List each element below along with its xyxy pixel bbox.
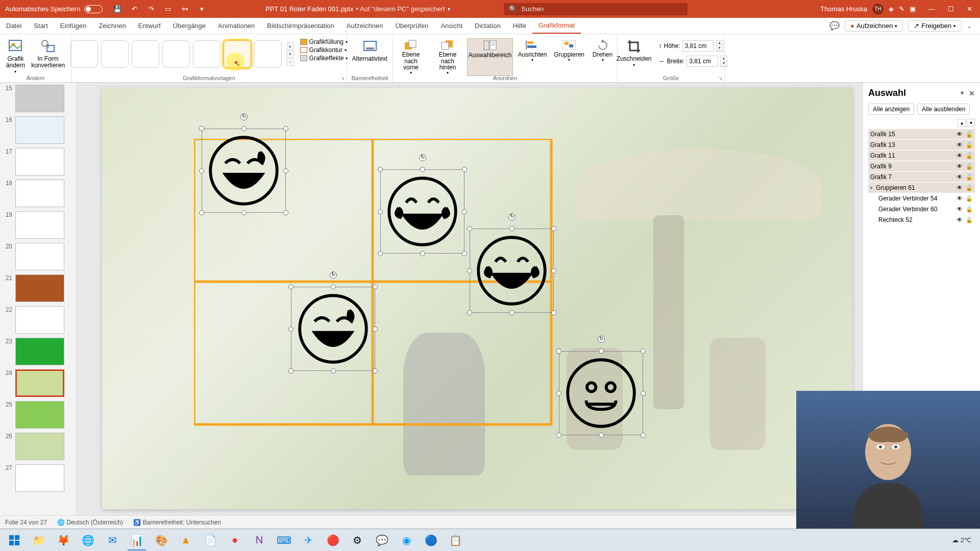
- tab-ansicht[interactable]: Ansicht: [434, 18, 469, 34]
- app-icon-2[interactable]: 📄: [199, 530, 222, 550]
- qat-more-icon[interactable]: ▾: [197, 5, 206, 14]
- lock-icon[interactable]: 🔓: [966, 195, 973, 202]
- powerpoint-icon[interactable]: 📊: [126, 530, 148, 550]
- comments-icon[interactable]: 💬: [829, 21, 840, 31]
- gallery-down-icon[interactable]: ▾: [287, 51, 294, 58]
- user-avatar[interactable]: TH: [872, 4, 884, 15]
- thumbnail-24[interactable]: 24: [0, 367, 76, 399]
- slide-canvas[interactable]: [102, 88, 852, 509]
- onenote-icon[interactable]: N: [248, 530, 271, 550]
- thumbnail-15[interactable]: 15: [0, 83, 76, 114]
- visibility-icon[interactable]: 👁: [957, 141, 963, 148]
- visibility-icon[interactable]: 👁: [957, 131, 963, 138]
- share-button[interactable]: ↗Freigeben▾: [908, 20, 962, 32]
- crop-button[interactable]: Zuschneiden▾: [615, 36, 654, 70]
- close-pane-icon[interactable]: ✕: [969, 89, 975, 97]
- shape-smiley-1[interactable]: [380, 169, 464, 254]
- width-spinner[interactable]: ▴▾: [720, 56, 727, 67]
- selection-item[interactable]: Gerader Verbinder 60👁🔓: [868, 204, 975, 214]
- align-button[interactable]: Ausrichten▾: [515, 38, 550, 76]
- pen-icon[interactable]: ✎: [899, 5, 904, 13]
- thumbnail-19[interactable]: 19: [0, 209, 76, 241]
- accessibility-check[interactable]: ♿ Barrierefreiheit: Untersuchen: [133, 519, 221, 526]
- styles-dialog-launcher-icon[interactable]: ↘: [340, 75, 345, 81]
- save-icon[interactable]: 💾: [113, 5, 122, 14]
- vscode-icon[interactable]: ⌨: [273, 530, 295, 550]
- size-dialog-launcher-icon[interactable]: ↘: [718, 75, 722, 81]
- visibility-icon[interactable]: 👁: [957, 173, 963, 181]
- style-7[interactable]: [254, 40, 282, 68]
- gallery-up-icon[interactable]: ▴: [287, 42, 294, 49]
- thumbnail-22[interactable]: 22: [0, 304, 76, 336]
- style-1[interactable]: [70, 40, 98, 68]
- record-button[interactable]: ●Aufzeichnen▾: [845, 20, 903, 32]
- chevron-down-icon[interactable]: ▾: [961, 89, 964, 97]
- slide-counter[interactable]: Folie 24 von 27: [5, 519, 47, 526]
- visibility-icon[interactable]: 👁: [957, 195, 963, 202]
- thumbnail-16[interactable]: 16: [0, 114, 76, 146]
- graphic-effects-button[interactable]: Grafikeffekte▾: [300, 55, 348, 62]
- height-input[interactable]: [682, 40, 714, 52]
- selection-item[interactable]: Grafik 9👁🔓: [868, 161, 975, 171]
- undo-icon[interactable]: ↶: [130, 5, 139, 14]
- thumbnail-26[interactable]: 26: [0, 431, 76, 462]
- maximize-icon[interactable]: ☐: [948, 5, 954, 13]
- style-3[interactable]: [132, 40, 159, 68]
- ttab-grafikformat[interactable]: Grafikformat: [532, 18, 581, 34]
- window-icon[interactable]: ▣: [910, 5, 916, 13]
- change-graphic-button[interactable]: Grafik ändern ▾: [4, 36, 27, 77]
- height-spinner[interactable]: ▴▾: [716, 40, 723, 52]
- lock-icon[interactable]: 🔓: [966, 174, 973, 181]
- weather-widget[interactable]: ☁ 2℃: [952, 536, 972, 544]
- tab-dictation[interactable]: Dictation: [469, 18, 507, 34]
- thumbnail-21[interactable]: 21: [0, 272, 76, 304]
- search-box[interactable]: 🔍 Suchen: [504, 3, 688, 15]
- collapse-ribbon-icon[interactable]: ⌄: [967, 22, 972, 30]
- graphic-fill-button[interactable]: Grafikfüllung▾: [300, 38, 348, 45]
- move-down-icon[interactable]: ▾: [967, 119, 975, 127]
- lock-icon[interactable]: 🔓: [966, 163, 973, 170]
- thumbnail-18[interactable]: 18: [0, 178, 76, 209]
- selection-item[interactable]: Grafik 13👁🔓: [868, 140, 975, 150]
- thumbnail-17[interactable]: 17: [0, 146, 76, 178]
- tab-entwurf[interactable]: Entwurf: [132, 18, 167, 34]
- convert-to-shape-button[interactable]: In Form konvertieren: [29, 36, 67, 77]
- app-icon-3[interactable]: ●: [224, 530, 246, 550]
- thumbnail-27[interactable]: 27: [0, 462, 76, 494]
- width-input[interactable]: [687, 56, 718, 67]
- tab-uebergaenge[interactable]: Übergänge: [167, 18, 212, 34]
- selection-item[interactable]: ▾Gruppieren 61👁🔓: [868, 183, 975, 193]
- show-all-button[interactable]: Alle anzeigen: [868, 104, 914, 115]
- visibility-icon[interactable]: 👁: [957, 163, 963, 170]
- shape-smiley-0[interactable]: [202, 129, 286, 213]
- tab-ueberpruefen[interactable]: Überprüfen: [389, 18, 434, 34]
- selection-item[interactable]: Grafik 11👁🔓: [868, 151, 975, 161]
- tab-bildschirm[interactable]: Bildschirmpräsentation: [261, 18, 340, 34]
- lock-icon[interactable]: 🔓: [966, 206, 973, 213]
- rotate-button[interactable]: Drehen▾: [589, 38, 617, 76]
- gallery-more-icon[interactable]: ┉: [287, 59, 294, 66]
- graphic-outline-button[interactable]: Grafikkontur▾: [300, 46, 348, 54]
- shape-smiley-3[interactable]: [291, 287, 375, 371]
- app-icon-4[interactable]: 🔴: [322, 530, 344, 550]
- lock-icon[interactable]: 🔓: [966, 142, 973, 148]
- visibility-icon[interactable]: 👁: [957, 216, 963, 223]
- app-icon-8[interactable]: 🔵: [420, 530, 442, 550]
- send-backward-button[interactable]: Ebene nach hinten▾: [430, 38, 465, 76]
- selection-item[interactable]: Grafik 7👁🔓: [868, 172, 975, 182]
- redo-icon[interactable]: ↷: [146, 5, 156, 14]
- close-icon[interactable]: ✕: [967, 5, 972, 13]
- style-5[interactable]: [193, 40, 220, 68]
- selection-item[interactable]: Rechteck 52👁🔓: [868, 215, 975, 225]
- thumbnail-panel[interactable]: 15161718192021222324252627: [0, 83, 77, 515]
- chevron-down-icon[interactable]: ▾: [448, 6, 450, 12]
- vlc-icon[interactable]: ▲: [175, 530, 197, 550]
- style-gallery[interactable]: ▴ ▾ ┉: [70, 36, 294, 68]
- explorer-icon[interactable]: 📁: [28, 530, 50, 550]
- chrome-icon[interactable]: 🌐: [77, 530, 99, 550]
- app-icon-7[interactable]: ◉: [395, 530, 418, 550]
- slide-area[interactable]: [77, 83, 863, 515]
- app-icon-6[interactable]: 💬: [371, 530, 393, 550]
- tab-hilfe[interactable]: Hilfe: [507, 18, 532, 34]
- style-2[interactable]: [101, 40, 129, 68]
